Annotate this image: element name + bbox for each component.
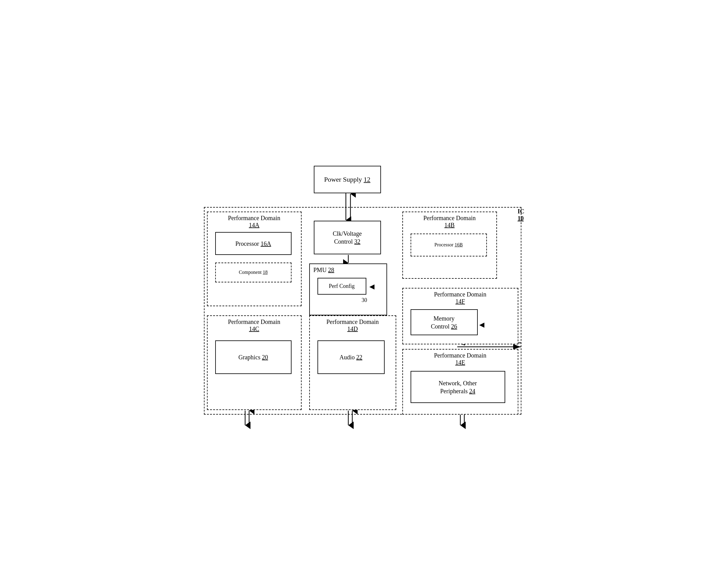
domain-14e: Performance Domain14E Network, OtherPeri…	[402, 349, 518, 415]
memory-left-arrow: ◄	[478, 320, 486, 329]
graphics-20-box: Graphics 20	[215, 340, 292, 374]
perf-config-arrow: ◄	[368, 282, 377, 291]
perf-config-box: Perf Config	[318, 278, 366, 295]
power-supply-label: Power Supply 12	[324, 175, 370, 184]
memory-control-26-box: MemoryControl 26	[410, 309, 478, 335]
processor-16a-box: Processor 16A	[215, 232, 292, 255]
label-30: 30	[362, 297, 367, 303]
diagram-container: Power Supply 12 IC10 Clk/VoltageControl …	[195, 160, 531, 428]
domain-14f: Performance Domain14F MemoryControl 26 ◄	[402, 288, 518, 344]
ic-label: IC10	[518, 208, 525, 222]
pmu-box: PMU 28 Perf Config ◄ 30	[309, 264, 387, 315]
component-18-box: Component 18	[215, 262, 292, 282]
power-supply-box: Power Supply 12	[314, 166, 381, 193]
clk-voltage-control-box: Clk/VoltageControl 32	[314, 221, 381, 254]
domain-14c: Performance Domain14C Graphics 20	[207, 315, 302, 410]
domain-14b: Performance Domain14B Processor 16B	[402, 212, 497, 279]
processor-16b-box: Processor 16B	[410, 234, 487, 256]
domain-14a: Performance Domain14A Processor 16A Comp…	[207, 212, 302, 306]
pmu-label: PMU 28	[314, 267, 334, 274]
audio-22-box: Audio 22	[318, 340, 385, 374]
domain-14d: Performance Domain14D Audio 22	[309, 315, 396, 410]
network-24-box: Network, OtherPeripherals 24	[410, 371, 505, 403]
